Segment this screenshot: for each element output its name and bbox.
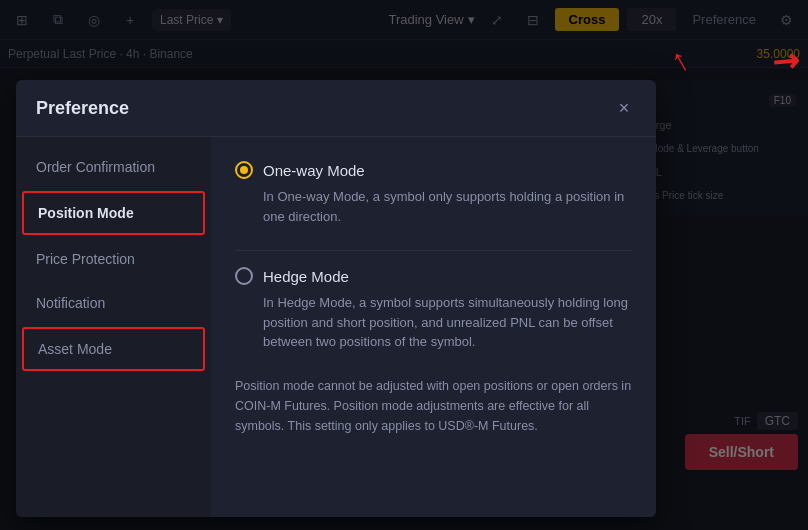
footer-note: Position mode cannot be adjusted with op… [235, 376, 632, 436]
modal-header: Preference × [16, 80, 656, 137]
hedge-mode-radio[interactable] [235, 267, 253, 285]
sidebar-item-asset-mode[interactable]: Asset Mode [22, 327, 205, 371]
modal-title: Preference [36, 98, 129, 119]
one-way-mode-header: One-way Mode [235, 161, 632, 179]
hedge-mode-option[interactable]: Hedge Mode In Hedge Mode, a symbol suppo… [235, 267, 632, 352]
modal-close-button[interactable]: × [612, 96, 636, 120]
position-mode-label: Position Mode [38, 205, 134, 221]
modal-body: Order Confirmation Position Mode Price P… [16, 137, 656, 517]
modal-sidebar: Order Confirmation Position Mode Price P… [16, 137, 211, 517]
notification-label: Notification [36, 295, 105, 311]
price-protection-label: Price Protection [36, 251, 135, 267]
modal-main-content: One-way Mode In One-way Mode, a symbol o… [211, 137, 656, 517]
one-way-mode-label: One-way Mode [263, 162, 365, 179]
asset-mode-label: Asset Mode [38, 341, 112, 357]
options-divider [235, 250, 632, 251]
one-way-mode-desc: In One-way Mode, a symbol only supports … [235, 187, 632, 226]
sidebar-item-position-mode[interactable]: Position Mode [22, 191, 205, 235]
hedge-mode-header: Hedge Mode [235, 267, 632, 285]
sidebar-item-notification[interactable]: Notification [16, 281, 211, 325]
hedge-mode-desc: In Hedge Mode, a symbol supports simulta… [235, 293, 632, 352]
one-way-mode-option[interactable]: One-way Mode In One-way Mode, a symbol o… [235, 161, 632, 226]
one-way-mode-radio[interactable] [235, 161, 253, 179]
sidebar-item-price-protection[interactable]: Price Protection [16, 237, 211, 281]
hedge-mode-label: Hedge Mode [263, 268, 349, 285]
order-confirmation-label: Order Confirmation [36, 159, 155, 175]
sidebar-item-order-confirmation[interactable]: Order Confirmation [16, 145, 211, 189]
preference-modal: Preference × Order Confirmation Position… [16, 80, 656, 517]
